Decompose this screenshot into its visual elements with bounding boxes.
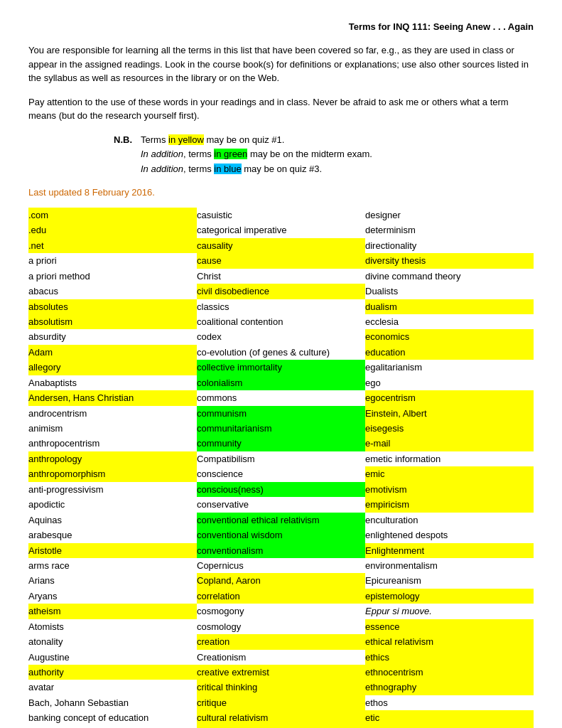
nb-content: Terms in yellow may be on quiz #1. In ad… (141, 133, 372, 177)
terms-col-3: designer determinism directionality dive… (365, 208, 534, 728)
term-anabaptists: Anabaptists (28, 375, 197, 390)
term-cosmology: cosmology (197, 619, 365, 634)
term-egalitarianism: egalitarianism (365, 360, 534, 375)
term-emetic-info: emetic information (365, 451, 534, 466)
term-a-priori-method: a priori method (28, 269, 197, 284)
term-anthropocentrism: anthropocentrism (28, 436, 197, 451)
term-essence: essence (365, 619, 534, 634)
term-education: education (365, 345, 534, 360)
term-ethnocentrism: ethnocentrism (365, 665, 534, 680)
term-absolutism: absolutism (28, 314, 197, 329)
term-correlation: correlation (197, 589, 365, 604)
term-christ: Christ (197, 269, 365, 284)
term-creative-extremist: creative extremist (197, 665, 365, 680)
term-arians: Arians (28, 573, 197, 588)
term-enculturation: enculturation (365, 513, 534, 528)
term-co-evolution: co-evolution (of genes & culture) (197, 345, 365, 360)
term-divine-command: divine command theory (365, 269, 534, 284)
term-ecclesia: ecclesia (365, 314, 534, 329)
term-adam: Adam (28, 345, 197, 360)
term-banking-concept: banking concept of education (28, 710, 197, 725)
term-dualists: Dualists (365, 284, 534, 299)
term-conscience: conscience (197, 466, 365, 481)
term-creation: creation (197, 634, 365, 649)
term-net: .net (28, 238, 197, 253)
term-copernicus: Copernicus (197, 558, 365, 573)
term-causality: causality (197, 238, 365, 253)
nb-line3: In addition, terms in blue may be on qui… (141, 162, 372, 177)
term-emotivism: emotivism (365, 482, 534, 497)
term-atheism: atheism (28, 604, 197, 619)
term-coalitional-contention: coalitional contention (197, 314, 365, 329)
term-collective-immortality: collective immortality (197, 360, 365, 375)
term-communism: communism (197, 406, 365, 421)
term-arms-race: arms race (28, 558, 197, 573)
term-conventionalism: conventionalism (197, 543, 365, 558)
term-critique: critique (197, 695, 365, 710)
term-cause: cause (197, 253, 365, 268)
term-absurdity: absurdity (28, 329, 197, 344)
term-andersen: Andersen, Hans Christian (28, 390, 197, 405)
term-einstein: Einstein, Albert (365, 406, 534, 421)
term-cosmogony: cosmogony (197, 604, 365, 619)
term-emic: emic (365, 466, 534, 481)
terms-col-2: casuistic categorical imperative causali… (197, 208, 365, 728)
term-copland: Copland, Aaron (197, 573, 365, 588)
term-apodictic: apodictic (28, 497, 197, 512)
term-dualism: dualism (365, 299, 534, 314)
term-creationism: Creationism (197, 650, 365, 665)
term-community: community (197, 436, 365, 451)
term-conventional-ethical-relativism: conventional ethical relativism (197, 513, 365, 528)
term-aristotle: Aristotle (28, 543, 197, 558)
page-title: Terms for INQ 111: Seeing Anew . . . Aga… (28, 21, 534, 32)
term-civil-disobedience: civil disobedience (197, 284, 365, 299)
term-epicureanism: Epicureanism (365, 573, 534, 588)
term-abacus: abacus (28, 284, 197, 299)
term-anthropomorphism: anthropomorphism (28, 466, 197, 481)
term-communitarianism: communitarianism (197, 421, 365, 436)
term-augustine: Augustine (28, 650, 197, 665)
term-compatibilism: Compatibilism (197, 451, 365, 466)
intro-paragraph-2: Pay attention to the use of these words … (28, 95, 534, 123)
term-aquinas: Aquinas (28, 513, 197, 528)
term-com: .com (28, 208, 197, 223)
term-ethos: ethos (365, 695, 534, 710)
nb-line1: Terms in yellow may be on quiz #1. (141, 133, 372, 148)
term-enlightenment: Enlightenment (365, 543, 534, 558)
term-allegory: allegory (28, 360, 197, 375)
term-designer: designer (365, 208, 534, 223)
term-casuistic: casuistic (197, 208, 365, 223)
term-authority: authority (28, 665, 197, 680)
term-codex: codex (197, 329, 365, 344)
terms-grid: .com .edu .net a priori a priori method … (28, 208, 534, 728)
term-anti-progressivism: anti-progressivism (28, 482, 197, 497)
term-avatar: avatar (28, 680, 197, 695)
term-email: e-mail (365, 436, 534, 451)
term-economics: economics (365, 329, 534, 344)
term-animism: animism (28, 421, 197, 436)
term-conscious: conscious(ness) (197, 482, 365, 497)
term-bach: Bach, Johann Sebastian (28, 695, 197, 710)
nb-section: N.B. Terms in yellow may be on quiz #1. … (114, 133, 534, 177)
term-determinism: determinism (365, 223, 534, 237)
term-empiricism: empiricism (365, 497, 534, 512)
term-atomists: Atomists (28, 619, 197, 634)
intro-paragraph-1: You are responsible for learning all the… (28, 43, 534, 85)
last-updated: Last updated 8 February 2016. (28, 187, 534, 198)
term-directionality: directionality (365, 238, 534, 253)
term-egocentrism: egocentrism (365, 390, 534, 405)
term-edu: .edu (28, 223, 197, 237)
term-arabesque: arabesque (28, 528, 197, 542)
term-critical-thinking: critical thinking (197, 680, 365, 695)
term-ethnography: ethnography (365, 680, 534, 695)
terms-col-1: .com .edu .net a priori a priori method … (28, 208, 197, 728)
term-epistemology: epistemology (365, 589, 534, 604)
term-a-priori: a priori (28, 253, 197, 268)
term-environmentalism: environmentalism (365, 558, 534, 573)
term-ethics: ethics (365, 650, 534, 665)
term-commons: commons (197, 390, 365, 405)
term-enlightened-despots: enlightened despots (365, 528, 534, 542)
nb-line2: In addition, terms in green may be on th… (141, 147, 372, 162)
term-conservative: conservative (197, 497, 365, 512)
term-ethical-relativism: ethical relativism (365, 634, 534, 649)
